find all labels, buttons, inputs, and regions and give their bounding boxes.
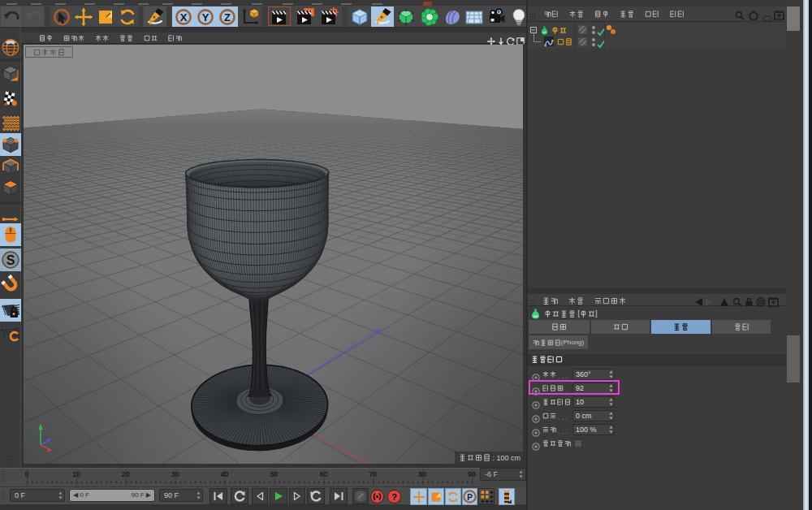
svg-text:P: P xyxy=(467,493,473,502)
svg-text:70: 70 xyxy=(369,470,377,478)
svg-text:?: ? xyxy=(391,491,397,501)
svg-text:10: 10 xyxy=(72,470,80,478)
svg-text:30: 30 xyxy=(171,470,179,478)
svg-text:50: 50 xyxy=(270,470,278,478)
svg-text:60: 60 xyxy=(319,470,327,478)
svg-text:40: 40 xyxy=(221,470,229,478)
svg-text:80: 80 xyxy=(418,470,426,478)
svg-text:20: 20 xyxy=(122,470,130,478)
svg-text:90: 90 xyxy=(468,470,476,478)
svg-text:0: 0 xyxy=(24,470,28,478)
